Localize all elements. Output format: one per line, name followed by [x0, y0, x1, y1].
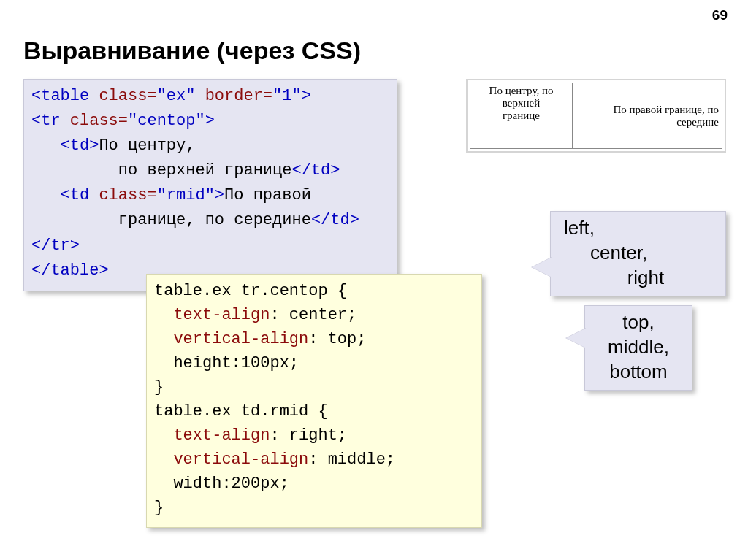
code-token: "rmid" [157, 186, 215, 204]
code-token: > [215, 186, 224, 204]
callout-line: center, [564, 242, 647, 264]
code-token: } [154, 378, 164, 396]
code-token: : middle; [308, 450, 395, 469]
page-number: 69 [712, 7, 728, 23]
cell-text: середине [676, 116, 719, 128]
code-token: > [205, 112, 215, 130]
cell-text: По центру, по [489, 85, 554, 96]
code-token: </tr> [31, 237, 80, 255]
code-token: <tr [31, 112, 61, 130]
code-token: По правой [224, 186, 311, 204]
cell-text: По правой границе, по [613, 104, 719, 115]
rendered-example: По центру, по верхней границе По правой … [466, 79, 726, 153]
code-token: border= [195, 87, 272, 105]
callout-line: bottom [609, 361, 668, 383]
css-code-block: table.ex tr.centop { text-align: center;… [146, 274, 482, 528]
callout-line: right [564, 266, 664, 288]
code-token: table.ex tr.centop { [154, 282, 347, 300]
example-cell-right-middle: По правой границе, по середине [573, 83, 722, 149]
code-token: > [302, 87, 311, 105]
code-token: границе, по середине [31, 211, 311, 229]
code-token: "ex" [157, 87, 196, 105]
code-token: vertical-align [154, 450, 308, 469]
code-token: По центру, [99, 137, 195, 155]
code-token: </table> [31, 261, 109, 280]
code-token: table.ex td.rmid { [154, 402, 328, 421]
table-row: По центру, по верхней границе По правой … [470, 83, 722, 149]
code-token: : center; [270, 306, 356, 324]
cell-text: границе [503, 110, 540, 121]
code-token: vertical-align [154, 330, 308, 348]
code-token: : right; [270, 426, 347, 445]
callout-line: middle, [608, 336, 669, 358]
example-cell-center-top: По центру, по верхней границе [470, 83, 573, 149]
code-token: class= [89, 87, 156, 105]
callout-tail-icon [532, 257, 552, 277]
code-token: <table [31, 87, 89, 105]
callout-line: left, [564, 217, 595, 239]
code-token: } [154, 499, 164, 517]
code-token: </td> [311, 211, 359, 229]
code-token: по верхней границе [31, 161, 291, 180]
slide-title: Выравнивание (через CSS) [23, 37, 361, 65]
code-token: text-align [154, 426, 270, 445]
code-token: class= [89, 186, 156, 204]
code-token: </td> [291, 161, 340, 180]
code-token: <td> [31, 137, 99, 155]
code-token: : top; [308, 330, 366, 348]
code-token: "1" [272, 87, 302, 105]
code-token: text-align [154, 306, 270, 324]
code-token: height:100px; [154, 354, 299, 372]
code-token: class= [61, 112, 128, 130]
code-token: width:200px; [154, 475, 289, 493]
callout-line: top, [622, 311, 654, 333]
callout-vertical-align-values: top, middle, bottom [584, 305, 692, 391]
callout-tail-icon [566, 328, 587, 348]
code-token: "centop" [128, 112, 205, 130]
cell-text: верхней [503, 97, 540, 109]
code-token: <td [31, 186, 89, 204]
html-code-block: <table class="ex" border="1"> <tr class=… [23, 79, 397, 291]
example-table: По центру, по верхней границе По правой … [470, 83, 722, 149]
callout-text-align-values: left, center, right [550, 211, 726, 296]
